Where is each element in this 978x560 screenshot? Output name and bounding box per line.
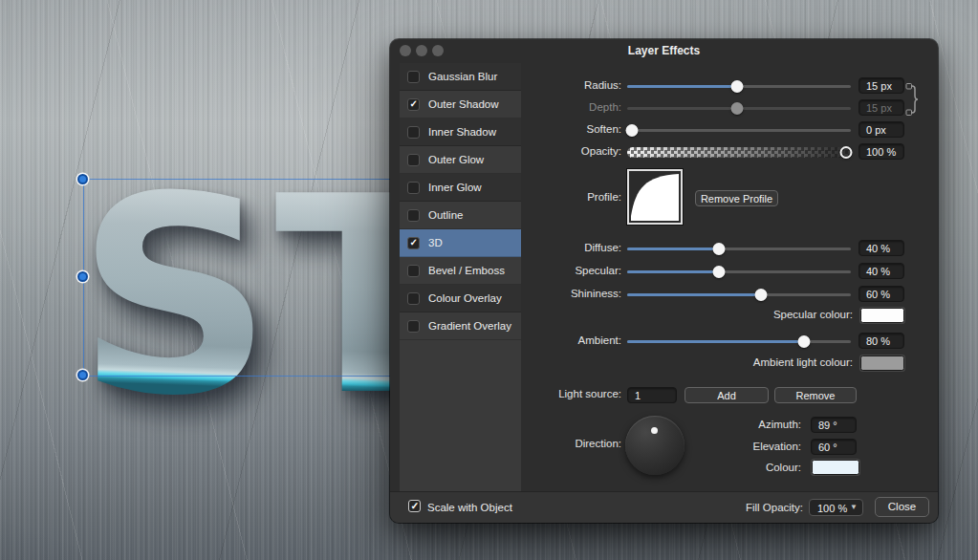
effect-checkbox[interactable]: [407, 182, 420, 194]
colour-swatch[interactable]: [812, 460, 859, 475]
specular-label: Specular:: [505, 265, 621, 276]
close-button[interactable]: Close: [875, 497, 929, 517]
effect-label: Gradient Overlay: [428, 320, 511, 332]
effect-row[interactable]: Bevel / Emboss: [400, 257, 521, 285]
fill-opacity-popup[interactable]: 100 % ▼: [809, 499, 863, 516]
effect-label: Outer Glow: [428, 154, 484, 165]
opacity-slider-knob[interactable]: [840, 146, 853, 159]
depth-slider: [627, 102, 851, 115]
fill-opacity-label: Fill Opacity:: [698, 502, 803, 513]
effect-row[interactable]: Gaussian Blur: [400, 63, 521, 91]
effect-label: Outer Shadow: [428, 98, 499, 110]
ambient-light-colour-swatch[interactable]: [860, 355, 904, 371]
remove-profile-button[interactable]: Remove Profile: [695, 190, 778, 206]
effect-row[interactable]: Outline: [400, 202, 521, 229]
effect-label: Outline: [428, 209, 463, 221]
ambient-field[interactable]: 80 %: [858, 333, 904, 349]
azimuth-label: Azimuth:: [610, 419, 801, 430]
effect-checkbox[interactable]: [407, 292, 420, 305]
light-source-field[interactable]: 1: [627, 387, 677, 403]
ambient-slider[interactable]: [627, 335, 851, 348]
profile-curve-thumbnail[interactable]: [627, 169, 683, 225]
soften-slider-knob[interactable]: [625, 124, 638, 137]
fill-opacity-value: 100 %: [817, 503, 847, 514]
link-radius-depth-icon[interactable]: [905, 81, 921, 119]
diffuse-slider-knob[interactable]: [712, 243, 725, 255]
specular-colour-label: Specular colour:: [658, 309, 853, 320]
shininess-slider-knob[interactable]: [755, 289, 768, 301]
effect-row[interactable]: Inner Glow: [400, 174, 521, 202]
soften-label: Soften:: [505, 123, 621, 135]
ambient-light-colour-label: Ambient light colour:: [658, 356, 853, 368]
effect-row[interactable]: Outer Shadow: [400, 91, 521, 118]
opacity-field[interactable]: 100 %: [858, 143, 904, 160]
effect-checkbox[interactable]: [407, 126, 420, 139]
effects-list: Gaussian Blur Outer Shadow Inner Shadow …: [400, 63, 521, 492]
effect-label: Gaussian Blur: [428, 71, 497, 82]
ambient-slider-knob[interactable]: [797, 335, 810, 348]
window-title: Layer Effects: [390, 44, 938, 57]
diffuse-field[interactable]: 40 %: [858, 240, 904, 256]
shininess-field[interactable]: 60 %: [858, 286, 904, 302]
selection-handle-mid-left[interactable]: [77, 271, 88, 282]
colour-label: Colour:: [610, 462, 801, 473]
effect-row[interactable]: Outer Glow: [400, 146, 521, 174]
specular-slider-knob[interactable]: [712, 266, 725, 278]
dialog-footer: Scale with Object Fill Opacity: 100 % ▼ …: [390, 491, 938, 523]
layer-effects-dialog: Layer Effects Gaussian Blur Outer Shadow…: [390, 39, 938, 523]
remove-light-button[interactable]: Remove: [774, 387, 857, 403]
depth-field: 15 px: [858, 99, 904, 116]
effect-checkbox[interactable]: [407, 154, 420, 166]
depth-label: Depth:: [505, 101, 621, 113]
depth-slider-knob: [730, 102, 743, 115]
specular-field[interactable]: 40 %: [858, 263, 904, 279]
effect-checkbox[interactable]: [407, 237, 420, 249]
screen: ST Layer Effects Gaussian Blur Outer Sha…: [0, 0, 978, 560]
effect-label: Colour Overlay: [428, 292, 502, 304]
elevation-field[interactable]: 60 °: [811, 439, 857, 455]
effect-label: Inner Glow: [428, 182, 482, 193]
soften-field[interactable]: 0 px: [858, 121, 904, 138]
soften-slider[interactable]: [627, 124, 851, 137]
selection-handle-top-left[interactable]: [77, 174, 88, 184]
effect-row[interactable]: Colour Overlay: [400, 285, 521, 312]
radius-slider-knob[interactable]: [730, 80, 743, 93]
effect-checkbox[interactable]: [407, 98, 420, 111]
ambient-label: Ambient:: [505, 334, 621, 346]
effect-label: 3D: [428, 237, 443, 248]
radius-slider[interactable]: [627, 80, 851, 93]
shininess-label: Shininess:: [505, 288, 621, 299]
add-light-button[interactable]: Add: [685, 387, 769, 403]
diffuse-slider[interactable]: [627, 243, 851, 255]
specular-slider[interactable]: [627, 266, 851, 278]
radius-field[interactable]: 15 px: [858, 77, 904, 94]
effect-checkbox[interactable]: [407, 320, 420, 333]
effect-label: Inner Shadow: [428, 126, 496, 138]
specular-colour-swatch[interactable]: [860, 308, 904, 323]
azimuth-field[interactable]: 89 °: [811, 417, 857, 433]
radius-label: Radius:: [505, 79, 621, 91]
title-bar[interactable]: Layer Effects: [390, 39, 938, 63]
effect-row[interactable]: Inner Shadow: [400, 118, 521, 146]
effect-row[interactable]: 3D: [400, 229, 521, 257]
chevron-down-icon: ▼: [850, 503, 858, 511]
effect-checkbox[interactable]: [407, 265, 420, 277]
elevation-label: Elevation:: [610, 441, 801, 452]
effect-checkbox[interactable]: [407, 209, 420, 222]
scale-with-object-checkbox[interactable]: [408, 500, 421, 512]
effect-checkbox[interactable]: [407, 71, 420, 83]
profile-label: Profile:: [505, 191, 621, 203]
opacity-label: Opacity:: [505, 145, 621, 157]
scale-with-object-label: Scale with Object: [427, 502, 512, 513]
effect-row[interactable]: Gradient Overlay: [400, 312, 521, 340]
selection-handle-bottom-left[interactable]: [77, 370, 88, 380]
diffuse-label: Diffuse:: [505, 242, 621, 253]
effect-label: Bevel / Emboss: [428, 265, 505, 276]
shininess-slider[interactable]: [627, 289, 851, 301]
opacity-slider[interactable]: [627, 146, 851, 159]
light-source-label: Light source:: [505, 388, 621, 399]
direction-label: Direction:: [505, 438, 621, 449]
